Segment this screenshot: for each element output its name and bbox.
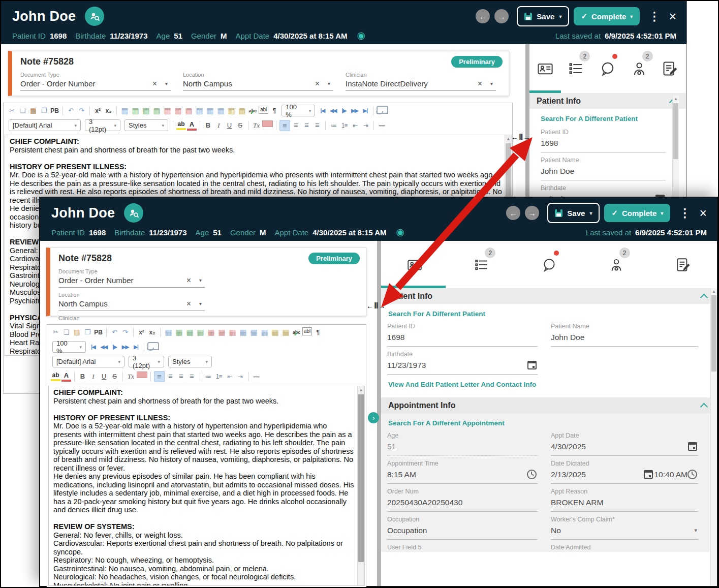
collapse-chevron-icon[interactable] — [700, 293, 708, 301]
page-break-button[interactable]: PB — [50, 106, 59, 116]
font-family-select[interactable]: [Default] Arial▾ — [52, 356, 124, 367]
undo-icon[interactable]: ↶ — [66, 106, 76, 116]
cell-properties-icon[interactable]: ▦ — [227, 106, 236, 116]
clear-field-icon[interactable]: × — [478, 80, 482, 87]
forward-button[interactable]: → — [494, 9, 509, 23]
appointment-info-section-header[interactable]: Appointment Info — [381, 397, 717, 413]
scrollbar-thumb[interactable] — [711, 295, 716, 372]
more-options-kebab-icon[interactable]: ⋮ — [648, 10, 660, 23]
align-justify-icon[interactable]: ≡ — [312, 120, 322, 130]
split-cells-icon[interactable]: ▦ — [205, 106, 215, 116]
save-dropdown-caret-icon[interactable]: ▾ — [589, 210, 592, 216]
superscript-icon[interactable]: x² — [137, 327, 146, 337]
bullet-list-icon[interactable]: ≔ — [329, 120, 338, 131]
calendar-icon[interactable] — [688, 442, 697, 451]
strikethrough-icon[interactable]: S — [235, 120, 245, 131]
nav-first-icon[interactable]: |◀ — [318, 106, 327, 116]
add-column-right-icon[interactable]: ▦ — [185, 327, 195, 337]
tab-comments[interactable] — [592, 44, 623, 93]
redo-icon[interactable]: ↷ — [120, 327, 130, 337]
tab-clinicians[interactable]: 2 — [583, 241, 650, 288]
scrollbar-thumb[interactable] — [673, 103, 678, 159]
patient-search-button[interactable] — [124, 203, 143, 223]
dropdown-caret-icon[interactable]: ▾ — [199, 301, 202, 306]
highlight-color-icon[interactable]: ab — [51, 372, 60, 381]
calendar-icon[interactable] — [527, 361, 537, 369]
dropdown-caret-icon[interactable]: ▾ — [199, 277, 202, 283]
patient-info-section-header[interactable]: Patient Info — [381, 288, 717, 304]
bold-icon[interactable]: B — [203, 120, 213, 131]
back-button[interactable]: ← — [506, 206, 520, 220]
align-center-icon[interactable]: ≡ — [166, 371, 175, 381]
nav-first-icon[interactable]: |◀ — [88, 342, 98, 352]
tab-patient-info[interactable] — [529, 44, 561, 93]
add-row-above-icon[interactable]: ▦ — [196, 327, 205, 337]
subscript-icon[interactable]: x₂ — [104, 106, 113, 116]
pilcrow-icon[interactable]: ¶ — [269, 106, 279, 116]
panel-resize-divider[interactable] — [377, 241, 381, 586]
indent-icon[interactable]: ⇥ — [361, 120, 370, 131]
clear-field-icon[interactable]: × — [315, 80, 320, 87]
tab-note-sections[interactable]: 2 — [561, 44, 592, 93]
undo-icon[interactable]: ↶ — [110, 327, 119, 337]
complete-button[interactable]: ✓ Complete ▾ — [604, 204, 670, 222]
save-button[interactable]: Save ▾ — [547, 203, 600, 223]
nav-prev-icon[interactable]: ◀◀ — [99, 342, 109, 352]
align-right-icon[interactable]: ≡ — [176, 371, 186, 381]
align-left-icon[interactable]: ≡ — [279, 120, 290, 131]
add-column-left-icon[interactable]: ▦ — [174, 327, 184, 337]
horizontal-rule-icon[interactable]: — — [252, 372, 261, 382]
split-cells-icon[interactable]: ▦ — [249, 327, 259, 337]
dropdown-caret-icon[interactable]: ▾ — [490, 81, 493, 86]
clear-format-icon[interactable]: Tx — [252, 120, 261, 131]
delete-row-icon[interactable]: ▦ — [184, 106, 194, 116]
nav-next-icon[interactable]: ▶▶ — [120, 342, 130, 352]
bold-icon[interactable]: B — [78, 372, 87, 382]
add-column-right-icon[interactable]: ▦ — [141, 106, 151, 116]
tab-patient-info[interactable] — [381, 241, 448, 288]
styles-select[interactable]: Styles▾ — [124, 119, 168, 131]
patient-letter-link[interactable]: View And Edit Patient Letter And Contact… — [388, 381, 695, 388]
font-size-select[interactable]: 3 (12pt)▾ — [129, 356, 164, 367]
clear-format-icon[interactable]: Tx — [126, 372, 136, 382]
merge-cells-icon[interactable]: ▦ — [195, 106, 204, 116]
find-replace-icon[interactable]: abl — [259, 106, 268, 114]
tab-note-sections[interactable]: 2 — [448, 241, 515, 288]
dropdown-caret-icon[interactable]: ▾ — [694, 527, 697, 534]
font-color-icon[interactable]: A — [61, 372, 71, 382]
cut-icon[interactable]: ✂ — [7, 106, 17, 116]
delete-column-icon[interactable]: ▦ — [173, 106, 183, 116]
clock-icon[interactable] — [687, 470, 697, 479]
microphone-icon[interactable] — [147, 342, 159, 350]
styles-select[interactable]: Styles▾ — [168, 356, 212, 367]
block-highlight-icon[interactable] — [137, 372, 147, 378]
appointment-target-icon[interactable]: ◉ — [396, 228, 405, 237]
paste-special-icon[interactable]: ❐ — [39, 106, 49, 116]
bullet-list-icon[interactable]: ≔ — [203, 372, 213, 382]
insert-table-icon[interactable]: ▦ — [120, 106, 130, 116]
paste-icon[interactable]: ▤ — [72, 327, 82, 337]
numbered-list-icon[interactable]: 1≡ — [214, 372, 224, 382]
block-highlight-icon[interactable] — [262, 120, 273, 127]
add-column-left-icon[interactable]: ▦ — [131, 106, 140, 116]
horizontal-rule-icon[interactable]: — — [377, 120, 387, 131]
align-center-icon[interactable]: ≡ — [291, 120, 301, 130]
search-different-appointment-link[interactable]: Search For A Different Appointment — [388, 419, 695, 427]
delete-column-icon[interactable]: ▦ — [217, 327, 227, 337]
close-icon[interactable]: × — [669, 11, 676, 21]
italic-icon[interactable]: I — [88, 372, 98, 382]
superscript-icon[interactable]: x² — [93, 106, 103, 116]
dropdown-caret-icon[interactable]: ▾ — [328, 81, 330, 86]
delete-row-icon[interactable]: ▦ — [228, 327, 237, 337]
complete-dropdown-caret-icon[interactable]: ▾ — [630, 14, 633, 19]
pilcrow-icon[interactable]: ¶ — [313, 327, 323, 337]
back-button[interactable]: ← — [476, 9, 490, 23]
add-row-above-icon[interactable]: ▦ — [152, 106, 162, 116]
indent-icon[interactable]: ⇥ — [235, 372, 245, 382]
save-dropdown-caret-icon[interactable]: ▾ — [559, 14, 561, 19]
align-right-icon[interactable]: ≡ — [302, 120, 311, 130]
align-left-icon[interactable]: ≡ — [154, 371, 165, 382]
patient-info-section-header[interactable]: Patient Info — [529, 93, 686, 109]
cut-icon[interactable]: ✂ — [51, 327, 60, 337]
search-different-patient-link[interactable]: Search For A Different Patient — [541, 115, 666, 122]
